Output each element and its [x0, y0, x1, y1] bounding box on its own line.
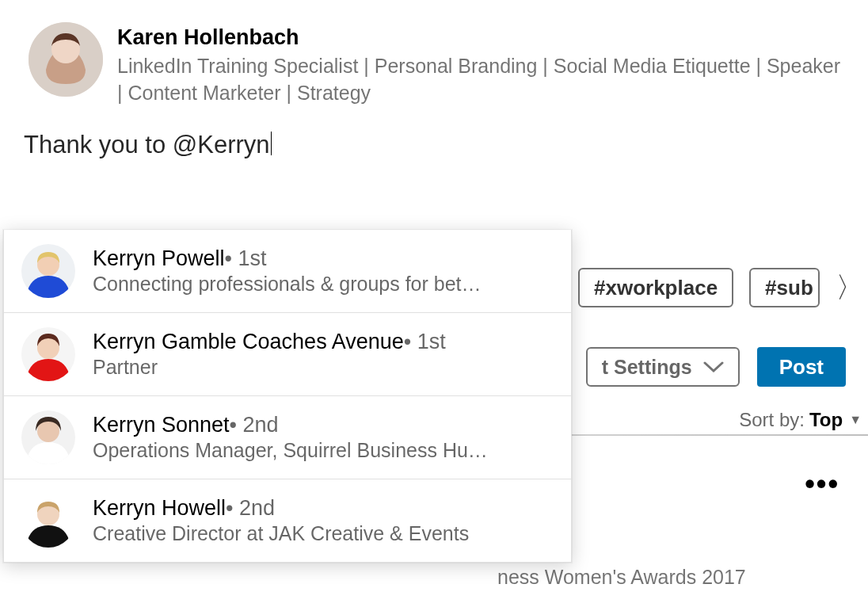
author-avatar[interactable]	[29, 22, 103, 97]
avatar-icon	[21, 494, 75, 548]
hashtag-label: #sub	[765, 276, 813, 300]
avatar	[21, 244, 75, 298]
mention-name-row: Kerryn Powell• 1st	[93, 246, 555, 271]
mention-name: Kerryn Sonnet	[93, 413, 230, 437]
card-overflow-menu[interactable]: •••	[805, 468, 839, 501]
chevron-down-icon	[703, 358, 724, 376]
composer-header: Karen Hollenbach LinkedIn Training Speci…	[0, 0, 868, 116]
author-meta: Karen Hollenbach LinkedIn Training Speci…	[117, 22, 844, 107]
avatar-icon	[21, 327, 75, 381]
mention-name: Kerryn Powell	[93, 246, 225, 270]
post-settings-button[interactable]: t Settings	[586, 347, 740, 387]
mention-name-row: Kerryn Sonnet• 2nd	[93, 413, 555, 437]
mention-suggestion-item[interactable]: Kerryn Howell• 2nd Creative Director at …	[4, 479, 571, 562]
connection-degree: 2nd	[239, 496, 275, 520]
hashtag-pill[interactable]: #xworkplace	[578, 268, 733, 307]
connection-degree: 1st	[417, 330, 446, 353]
avatar-icon	[29, 22, 103, 97]
mention-name-row: Kerryn Howell• 2nd	[93, 496, 555, 521]
avatar-icon	[21, 244, 75, 298]
settings-label: t Settings	[602, 356, 692, 379]
mention-name: Kerryn Gamble Coaches Avenue	[93, 330, 404, 353]
mention-name: Kerryn Howell	[93, 496, 226, 520]
mention-suggestion-dropdown: Kerryn Powell• 1st Connecting profession…	[3, 230, 572, 563]
mention-suggestion-item[interactable]: Kerryn Sonnet• 2nd Operations Manager, S…	[4, 396, 571, 479]
post-button[interactable]: Post	[757, 347, 846, 387]
mention-subtitle: Operations Manager, Squirrel Business Hu…	[93, 439, 555, 462]
mention-suggestion-item[interactable]: Kerryn Powell• 1st Connecting profession…	[4, 230, 571, 313]
mention-subtitle: Creative Director at JAK Creative & Even…	[93, 522, 555, 545]
mention-suggestion-item[interactable]: Kerryn Gamble Coaches Avenue• 1st Partne…	[4, 313, 571, 396]
mention-subtitle: Connecting professionals & groups for be…	[93, 273, 555, 296]
author-name[interactable]: Karen Hollenbach	[117, 25, 844, 50]
mention-subtitle: Partner	[93, 356, 555, 379]
avatar-icon	[21, 410, 75, 464]
mention-name-row: Kerryn Gamble Coaches Avenue• 1st	[93, 330, 555, 354]
sort-control[interactable]: Sort by: Top ▼	[723, 404, 868, 436]
connection-degree: 2nd	[243, 413, 279, 437]
compose-text[interactable]: Thank you to @Kerryn	[24, 131, 272, 158]
avatar	[21, 410, 75, 464]
chevron-right-icon[interactable]: 〉	[836, 273, 864, 302]
hashtag-pill[interactable]: #sub	[749, 268, 820, 307]
triangle-down-icon: ▼	[849, 413, 862, 427]
compose-area[interactable]: Thank you to @Kerryn	[0, 116, 868, 227]
author-headline: LinkedIn Training Specialist | Personal …	[117, 53, 844, 107]
post-button-label: Post	[779, 355, 824, 380]
sort-value: Top	[809, 409, 843, 431]
hashtag-label: #xworkplace	[594, 276, 718, 300]
sort-label: Sort by:	[739, 409, 805, 431]
connection-degree: 1st	[238, 246, 267, 270]
avatar	[21, 327, 75, 381]
avatar	[21, 494, 75, 548]
feed-card-headline-fragment: ness Women's Awards 2017	[497, 566, 746, 589]
